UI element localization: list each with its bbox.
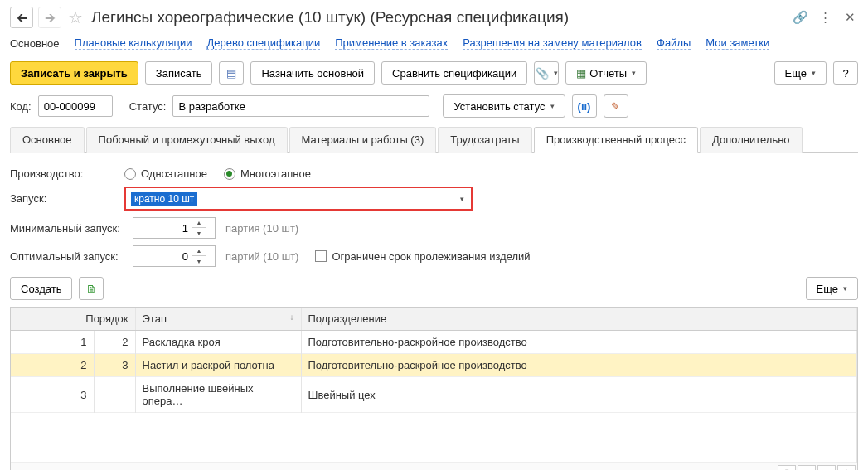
link-notes[interactable]: Мои заметки <box>706 36 769 50</box>
checkbox-icon <box>315 250 327 262</box>
col-dept[interactable]: Подразделение <box>301 308 857 331</box>
tab-byproduct[interactable]: Побочный и промежуточный выход <box>86 127 288 153</box>
spin-up-icon[interactable]: ▲ <box>192 218 206 228</box>
radio-multi-stage[interactable]: Многоэтапное <box>224 167 311 180</box>
min-launch-stepper[interactable]: ▲ ▼ <box>133 217 216 239</box>
production-label: Производство: <box>10 167 118 180</box>
opt-launch-unit: партий (10 шт) <box>225 250 298 263</box>
status-input[interactable] <box>172 95 429 117</box>
min-launch-unit: партия (10 шт) <box>225 222 298 235</box>
save-button[interactable]: Записать <box>145 61 213 85</box>
save-close-button[interactable]: Записать и закрыть <box>10 61 138 85</box>
chevron-down-icon: ▾ <box>843 284 847 293</box>
tab-additional[interactable]: Дополнительно <box>700 127 803 153</box>
close-icon[interactable]: ✕ <box>841 9 858 26</box>
spin-down-icon[interactable]: ▼ <box>192 256 206 266</box>
create-button[interactable]: Создать <box>10 277 72 300</box>
chevron-down-icon: ▾ <box>550 102 555 110</box>
radio-single-stage[interactable]: Одноэтапное <box>124 167 207 180</box>
chevron-down-icon[interactable]: ▾ <box>453 188 471 209</box>
table-row[interactable]: 1 2 Раскладка кроя Подготовительно-раскр… <box>11 331 857 354</box>
grid-down-button[interactable]: ▼ <box>817 465 836 470</box>
tab-bar: Основное Побочный и промежуточный выход … <box>10 126 858 153</box>
code-label: Код: <box>10 100 32 113</box>
set-status-button[interactable]: Установить статус ▾ <box>443 94 565 118</box>
radio-multi-label: Многоэтапное <box>240 167 311 180</box>
stages-table: Порядок Этап ↓ Подразделение 1 2 Расклад… <box>11 308 857 463</box>
edit-list-button[interactable]: ✎ <box>604 94 628 118</box>
launch-value: кратно 10 шт <box>131 192 197 206</box>
launch-label: Запуск: <box>10 192 118 205</box>
table-row[interactable]: 3 Выполнение швейных опера… Швейный цех <box>11 377 857 413</box>
attach-icon: 📎 <box>536 67 549 80</box>
sheet-icon: 🗎 <box>86 283 97 295</box>
link-orders[interactable]: Применение в заказах <box>335 36 448 50</box>
min-launch-input[interactable] <box>133 221 192 235</box>
set-status-label: Установить статус <box>453 100 545 113</box>
tab-process[interactable]: Производственный процесс <box>534 127 698 153</box>
link-plan-calc[interactable]: Плановые калькуляции <box>75 36 192 50</box>
col-order[interactable]: Порядок <box>11 308 135 331</box>
report-icon: ▦ <box>576 67 586 80</box>
chevron-down-icon: ▾ <box>554 69 558 77</box>
nav-linkbar: Основное Плановые калькуляции Дерево спе… <box>0 31 868 55</box>
grid-more-label: Еще <box>817 283 838 295</box>
link-spec-tree[interactable]: Дерево спецификации <box>206 36 320 50</box>
link-icon[interactable]: 🔗 <box>792 9 808 26</box>
chevron-down-icon: ▾ <box>632 69 636 77</box>
launch-select[interactable]: кратно 10 шт ▾ <box>124 187 473 211</box>
list-icon: ▤ <box>226 67 236 80</box>
spin-up-icon[interactable]: ▲ <box>192 246 206 256</box>
grid-more-button[interactable]: Еще ▾ <box>806 277 858 300</box>
refresh-button[interactable]: 🗎 <box>79 277 104 300</box>
opt-launch-stepper[interactable]: ▲ ▼ <box>133 245 216 267</box>
sort-asc-icon: ↓ <box>290 313 294 322</box>
grid-last-button[interactable]: ⤓ <box>837 465 856 470</box>
reports-button[interactable]: ▦ Отчеты ▾ <box>565 61 647 85</box>
help-button[interactable]: ? <box>833 61 858 85</box>
status-label: Статус: <box>129 100 167 113</box>
compare-spec-button[interactable]: Сравнить спецификации <box>381 61 527 85</box>
list-icon-button[interactable]: ▤ <box>219 61 244 85</box>
reports-label: Отчеты <box>589 67 627 80</box>
more-button[interactable]: Еще ▾ <box>774 61 827 85</box>
code-input[interactable] <box>38 95 113 117</box>
tab-materials[interactable]: Материалы и работы (3) <box>289 127 437 153</box>
tab-labor[interactable]: Трудозатраты <box>438 127 531 153</box>
limited-shelf-checkbox[interactable]: Ограничен срок пролеживания изделий <box>315 250 530 263</box>
limited-shelf-label: Ограничен срок пролеживания изделий <box>332 250 530 263</box>
radio-single-label: Одноэтапное <box>141 167 207 180</box>
col-stage[interactable]: Этап ↓ <box>135 308 301 331</box>
opt-launch-label: Оптимальный запуск: <box>10 250 126 263</box>
assign-main-button[interactable]: Назначить основной <box>250 61 375 85</box>
chevron-down-icon: ▾ <box>812 69 816 77</box>
nav-back-button[interactable]: 🡨 <box>10 7 33 28</box>
barcode-icon: (ıı) <box>578 100 591 113</box>
link-material-subst[interactable]: Разрешения на замену материалов <box>463 36 642 50</box>
window-title: Легинсы хореографические (10 штук) (Ресу… <box>91 8 787 27</box>
grid-first-button[interactable]: ⤒ <box>778 465 796 470</box>
attach-button[interactable]: 📎▾ <box>534 61 559 85</box>
grid-up-button[interactable]: ▲ <box>798 465 816 470</box>
radio-icon <box>224 168 235 180</box>
tab-main[interactable]: Основное <box>10 127 85 153</box>
barcode-button[interactable]: (ıı) <box>572 94 597 118</box>
opt-launch-input[interactable] <box>133 250 192 264</box>
min-launch-label: Минимальный запуск: <box>10 222 126 235</box>
linkbar-main[interactable]: Основное <box>10 37 60 50</box>
radio-icon <box>124 168 136 180</box>
kebab-menu-icon[interactable]: ⋮ <box>817 9 833 26</box>
more-label: Еще <box>785 67 807 80</box>
spin-down-icon[interactable]: ▼ <box>192 228 206 238</box>
link-files[interactable]: Файлы <box>657 36 691 50</box>
edit-list-icon: ✎ <box>611 100 620 113</box>
favorite-star-icon[interactable]: ☆ <box>66 8 85 27</box>
nav-forward-button[interactable]: 🡪 <box>38 7 61 28</box>
table-row[interactable]: 2 3 Настил и раскрой полотна Подготовите… <box>11 354 857 377</box>
